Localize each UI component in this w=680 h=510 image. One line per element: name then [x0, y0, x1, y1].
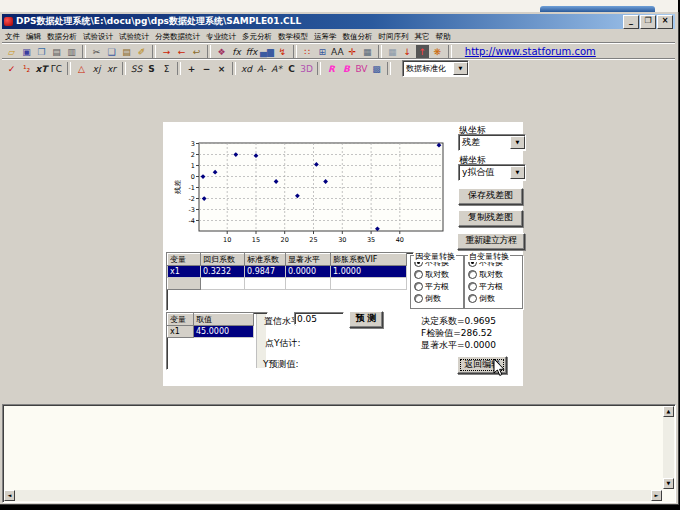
scroll-up-icon[interactable]: ▲ [663, 406, 674, 417]
paired-data-icon[interactable]: ∷ [301, 45, 314, 58]
horizontal-scrollbar[interactable]: ◄ ► [4, 490, 662, 501]
radio-option[interactable]: 平方根 [414, 281, 463, 292]
close-button[interactable]: × [657, 15, 673, 29]
b-icon[interactable]: B [340, 62, 353, 75]
rebuild-equation-button[interactable]: 重新建立方程 [457, 233, 525, 250]
move-icon[interactable]: ✛ [346, 45, 359, 58]
plot-icon[interactable]: △ [75, 62, 88, 75]
matrix-icon[interactable]: ΓC [50, 62, 63, 75]
save-residual-plot-button[interactable]: 保存残差图 [458, 188, 523, 205]
copy-residual-plot-button[interactable]: 复制残差图 [458, 210, 523, 227]
output-text[interactable] [5, 407, 661, 488]
format-brush-icon[interactable]: ✐ [135, 45, 148, 58]
sort-desc-icon[interactable]: ↓ [401, 45, 414, 58]
power-icon[interactable]: xd [240, 62, 253, 75]
paste-icon[interactable]: ▤ [120, 45, 133, 58]
minus-icon[interactable]: − [200, 62, 213, 75]
define-block-icon[interactable]: ❖ [215, 45, 228, 58]
scroll-right-icon[interactable]: ► [651, 490, 662, 501]
run-icon[interactable]: ↯ [276, 45, 289, 58]
table-row[interactable]: x145.0000 [168, 326, 254, 338]
plus-icon[interactable]: + [185, 62, 198, 75]
menu-item-help[interactable]: 帮助 [433, 32, 454, 42]
fx-icon[interactable]: fx [230, 45, 243, 58]
r-icon[interactable]: R [325, 62, 338, 75]
x-axis-dropdown[interactable]: y拟合值 ▼ [458, 164, 526, 181]
c-icon[interactable]: C [285, 62, 298, 75]
menu-item-numerical-analysis[interactable]: 数值分析 [340, 32, 376, 42]
undo-icon[interactable]: ↩ [190, 45, 203, 58]
menu-item-categorical-stat[interactable]: 分类数据统计 [152, 32, 203, 42]
radio-option[interactable]: 倒数 [468, 293, 522, 304]
output-area[interactable]: ▲ ▼ ◄ ► [2, 404, 676, 503]
menu-item-operations-research[interactable]: 运筹学 [311, 32, 340, 42]
radio-option[interactable]: 取对数 [414, 269, 463, 280]
menu-item-edit[interactable]: 编辑 [23, 32, 44, 42]
palette-icon[interactable]: ❋ [431, 45, 444, 58]
open-icon[interactable]: ▱ [5, 45, 18, 58]
menu-item-experiment-stat[interactable]: 试验统计 [116, 32, 152, 42]
sort-asc-icon[interactable]: ↑ [416, 45, 429, 58]
adjoint-icon[interactable]: A* [270, 62, 283, 75]
menu-item-time-series[interactable]: 时间序列 [376, 32, 412, 42]
bv-icon[interactable]: BV [355, 62, 368, 75]
data-table-icon[interactable]: ⊞ [316, 45, 329, 58]
confirm-icon[interactable]: ✓ [5, 62, 18, 75]
predict-button[interactable]: 预 测 [349, 311, 383, 328]
menu-item-professional-stat[interactable]: 专业统计 [203, 32, 239, 42]
y-axis-dropdown[interactable]: 残差 ▼ [458, 134, 526, 151]
coef-table[interactable]: 变量回归系数标准系数显著水平膨胀系数VIFx10.32320.98470.000… [167, 253, 407, 290]
grid-icon[interactable]: ▦ [386, 45, 399, 58]
print-icon[interactable]: ▤ [50, 45, 63, 58]
scroll-down-icon[interactable]: ▼ [663, 478, 674, 489]
bar-chart-icon[interactable]: ▄▆ [260, 45, 274, 58]
delete-cells-icon[interactable]: ← [175, 45, 188, 58]
rank-icon[interactable]: ¹₂ [20, 62, 33, 75]
confidence-input[interactable] [294, 312, 344, 325]
restore-button[interactable]: ❐ [640, 15, 656, 29]
ss-icon[interactable]: SS [130, 62, 143, 75]
xr-icon[interactable]: xr [105, 62, 118, 75]
column-header[interactable]: 变量 [168, 314, 194, 326]
s-icon[interactable]: S [145, 62, 158, 75]
export-icon[interactable]: ❐ [35, 45, 48, 58]
vertical-scrollbar[interactable]: ▲ ▼ [663, 406, 674, 489]
font-icon[interactable]: AA [331, 45, 344, 58]
statforum-link[interactable]: http://www.statforum.com [465, 46, 596, 57]
radio-option[interactable]: 取对数 [468, 269, 522, 280]
transpose-icon[interactable]: xT [35, 62, 48, 75]
menu-item-math-model[interactable]: 数学模型 [275, 32, 311, 42]
column-header[interactable]: 回归系数 [201, 254, 245, 266]
dropdown-arrow-icon[interactable]: ▼ [453, 62, 468, 75]
sigma-icon[interactable]: Σ [160, 62, 173, 75]
report-icon[interactable]: ▩ [370, 62, 383, 75]
threed-icon[interactable]: 3D [300, 62, 313, 75]
table-row[interactable]: x10.32320.98470.00001.0000 [168, 266, 407, 278]
menu-item-misc[interactable]: 其它 [412, 32, 433, 42]
column-header[interactable]: 显著水平 [286, 254, 331, 266]
multiply-icon[interactable]: × [215, 62, 228, 75]
menu-item-data-analysis[interactable]: 数据分析 [44, 32, 80, 42]
minimize-button[interactable]: _ [623, 15, 639, 29]
radio-option[interactable]: 倒数 [414, 293, 463, 304]
column-header[interactable]: 标准系数 [245, 254, 286, 266]
menu-item-experiment-design[interactable]: 试验设计 [80, 32, 116, 42]
menu-item-file[interactable]: 文件 [2, 32, 23, 42]
radio-option[interactable]: 平方根 [468, 281, 522, 292]
print-preview-icon[interactable]: ▥ [65, 45, 78, 58]
column-header[interactable]: 膨胀系数VIF [331, 254, 407, 266]
dropdown-arrow-icon[interactable]: ▼ [510, 136, 525, 149]
cut-icon[interactable]: ✂ [90, 45, 103, 58]
copy-icon[interactable]: ❑ [105, 45, 118, 58]
column-header[interactable]: 取值 [194, 314, 254, 326]
ffx-icon[interactable]: ffx [245, 45, 258, 58]
column-header[interactable]: 变量 [168, 254, 201, 266]
inverse-icon[interactable]: A- [255, 62, 268, 75]
dropdown-arrow-icon[interactable]: ▼ [510, 166, 525, 179]
standardize-dropdown[interactable]: 数据标准化 ▼ [402, 60, 469, 77]
value-table[interactable]: 变量取值x145.0000 [167, 313, 254, 338]
insert-cells-icon[interactable]: → [160, 45, 173, 58]
menu-item-multivariate[interactable]: 多元分析 [239, 32, 275, 42]
calculator-icon[interactable]: ▦ [361, 45, 374, 58]
scroll-left-icon[interactable]: ◄ [4, 490, 15, 501]
